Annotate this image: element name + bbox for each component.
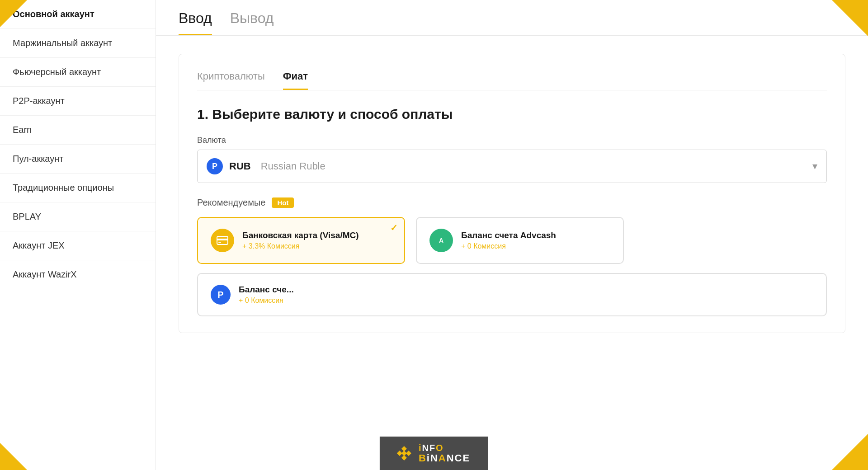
inner-card: Криптовалюты Фиат 1. Выберите валюту и с… bbox=[179, 54, 845, 333]
advcash-icon: A bbox=[429, 229, 453, 252]
bank-card-commission: + 3.3% Комиссия bbox=[242, 242, 359, 250]
svg-rect-2 bbox=[218, 242, 221, 243]
sidebar-item-bplay[interactable]: BPLAY bbox=[0, 202, 156, 231]
sidebar-item-jex-account[interactable]: Аккаунт JEX bbox=[0, 231, 156, 260]
bottom-method-info: Баланс сче... + 0 Комиссия bbox=[239, 285, 294, 305]
rub-icon: P bbox=[207, 158, 223, 174]
recommended-header: Рекомендуемые Hot bbox=[197, 197, 827, 208]
payment-method-bank-card[interactable]: Банковская карта (Visa/MC) + 3.3% Комисс… bbox=[197, 217, 405, 264]
recommended-label: Рекомендуемые bbox=[197, 197, 265, 208]
bottom-method-name: Баланс сче... bbox=[239, 285, 294, 295]
main-content: Ввод Вывод Криптовалюты Фиат 1. Выберите… bbox=[156, 0, 868, 470]
currency-name: Russian Ruble bbox=[261, 160, 326, 172]
sidebar-item-earn[interactable]: Earn bbox=[0, 116, 156, 145]
currency-code: RUB bbox=[229, 160, 251, 172]
sidebar: Основной аккаунт Маржинальный аккаунт Фь… bbox=[0, 0, 156, 470]
bank-card-icon bbox=[211, 229, 234, 252]
currency-left: P RUB Russian Ruble bbox=[207, 158, 326, 174]
sidebar-item-traditional-options[interactable]: Традиционные опционы bbox=[0, 174, 156, 202]
sidebar-item-futures-account[interactable]: Фьючерсный аккаунт bbox=[0, 58, 156, 87]
inner-tabs: Криптовалюты Фиат bbox=[197, 70, 827, 90]
advcash-info: Баланс счета Advcash + 0 Комиссия bbox=[461, 230, 556, 250]
top-tabs: Ввод Вывод bbox=[156, 0, 868, 36]
currency-select[interactable]: P RUB Russian Ruble ▾ bbox=[197, 150, 827, 183]
rub-icon-bottom: P bbox=[211, 285, 231, 305]
tab-crypto[interactable]: Криптовалюты bbox=[197, 70, 265, 90]
svg-text:A: A bbox=[439, 237, 443, 244]
section-heading: 1. Выберите валюту и способ оплаты bbox=[197, 107, 827, 122]
bank-card-info: Банковская карта (Visa/MC) + 3.3% Комисс… bbox=[242, 230, 359, 250]
bank-card-name: Банковская карта (Visa/MC) bbox=[242, 230, 359, 240]
chevron-down-icon: ▾ bbox=[812, 160, 817, 172]
tab-fiat[interactable]: Фиат bbox=[283, 70, 308, 90]
content-area: Криптовалюты Фиат 1. Выберите валюту и с… bbox=[156, 36, 868, 470]
payment-methods: Банковская карта (Visa/MC) + 3.3% Комисс… bbox=[197, 217, 827, 264]
tab-deposit[interactable]: Ввод bbox=[179, 10, 212, 35]
sidebar-item-p2p-account[interactable]: P2P-аккаунт bbox=[0, 87, 156, 116]
sidebar-corner-bl bbox=[0, 443, 27, 470]
advcash-commission: + 0 Комиссия bbox=[461, 242, 556, 250]
payment-method-bottom[interactable]: P Баланс сче... + 0 Комиссия bbox=[197, 273, 827, 316]
sidebar-item-main-account[interactable]: Основной аккаунт bbox=[0, 0, 156, 29]
hot-badge: Hot bbox=[272, 197, 294, 208]
sidebar-item-pool-account[interactable]: Пул-аккаунт bbox=[0, 145, 156, 174]
sidebar-item-wazirx-account[interactable]: Аккаунт WazirX bbox=[0, 260, 156, 289]
advcash-name: Баланс счета Advcash bbox=[461, 230, 556, 240]
svg-rect-1 bbox=[217, 239, 228, 240]
payment-method-advcash[interactable]: A Баланс счета Advcash + 0 Комиссия bbox=[416, 217, 624, 264]
bottom-method-commission: + 0 Комиссия bbox=[239, 296, 294, 305]
tab-withdraw[interactable]: Вывод bbox=[230, 10, 274, 35]
sidebar-item-margin-account[interactable]: Маржинальный аккаунт bbox=[0, 29, 156, 58]
currency-label: Валюта bbox=[197, 136, 827, 145]
